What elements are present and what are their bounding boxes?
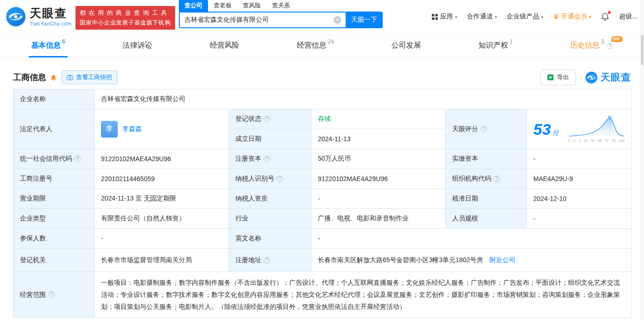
field-value-taxpayer-no: 91220102MAE4A29U96 bbox=[311, 169, 446, 189]
field-value-approval-date: 2024-12-10 bbox=[527, 189, 631, 209]
field-label-insured: 参保人数 bbox=[13, 229, 95, 249]
vip-badge: VIP bbox=[611, 36, 623, 42]
company-tab-bar: 基本信息 6 法律诉讼 经营风险 经营信息 24 公司发展 知识产权 1 历史信… bbox=[0, 35, 644, 58]
field-value-legal-rep: 李 李森森 bbox=[95, 109, 229, 149]
nav-partner[interactable]: 合作通道 ▾ bbox=[467, 13, 497, 21]
field-label-staff: 人员规模 bbox=[446, 209, 527, 229]
field-label-authority: 登记机关 bbox=[13, 249, 95, 272]
field-value-authority: 长春市市场监督管理局南关分局 bbox=[95, 249, 229, 272]
excel-export-icon bbox=[547, 74, 554, 81]
chevron-down-icon: ▾ bbox=[541, 14, 543, 19]
tab-count: 3 bbox=[601, 38, 604, 45]
nav-super-vip[interactable]: 超级... bbox=[619, 13, 638, 21]
help-icon[interactable]: ? bbox=[48, 291, 55, 298]
search-tabs: 查公司 查老板 查风险 查关系 bbox=[179, 0, 383, 12]
brand-name: 天眼查 bbox=[30, 7, 72, 19]
tab-label: 经营风险 bbox=[210, 41, 240, 50]
section-header-right: 导出 天眼查 bbox=[540, 69, 631, 85]
field-value-reg-status: 存续 bbox=[311, 109, 446, 129]
tab-label: 基本信息 bbox=[31, 41, 61, 50]
row-legal-rep: 法定代表人 李 李森森 登记状态? 存续 天眼评分? 53分 bbox=[13, 109, 631, 129]
help-icon[interactable]: ? bbox=[264, 257, 270, 264]
nearby-companies-link[interactable]: 附近公司 bbox=[489, 256, 515, 264]
search-area: 查公司 查老板 查风险 查关系 × 天眼一下 bbox=[179, 0, 383, 28]
tab-operating-risk[interactable]: 经营风险 bbox=[208, 35, 242, 57]
field-label-reg-capital: 注册资本? bbox=[229, 149, 311, 169]
field-label-term: 营业期限 bbox=[13, 189, 95, 209]
tianyancha-logo[interactable]: 天眼查 TianYanCha.com bbox=[6, 6, 72, 27]
nav-partner-label: 合作通道 bbox=[467, 13, 493, 21]
tab-label: 知识产权 bbox=[479, 41, 508, 50]
field-label-score: 天眼评分? bbox=[446, 109, 527, 149]
nav-apps[interactable]: 应用 ▾ bbox=[431, 13, 457, 21]
tab-company-development[interactable]: 公司发展 bbox=[389, 35, 423, 57]
view-snapshot-button[interactable]: 查看工商快照 bbox=[62, 70, 117, 84]
clear-search-icon[interactable]: × bbox=[334, 16, 341, 24]
search-button[interactable]: 天眼一下 bbox=[346, 12, 383, 28]
tab-basic-info[interactable]: 基本信息 6 bbox=[29, 35, 68, 57]
tab-label: 法律诉讼 bbox=[123, 41, 152, 50]
field-value-paid-capital: - bbox=[527, 149, 631, 169]
tab-business-info[interactable]: 经营信息 24 bbox=[294, 35, 336, 57]
brand-domain: TianYanCha.com bbox=[30, 21, 72, 26]
nav-enterprise[interactable]: 企业级产品 ▾ bbox=[507, 13, 543, 21]
field-label-taxpayer-no: 纳税人识别号? bbox=[229, 169, 311, 189]
nav-enterprise-label: 企业级产品 bbox=[507, 13, 539, 21]
row-insured: 参保人数 - 英文名称 - bbox=[13, 229, 631, 249]
tab-legal-litigation[interactable]: 法律诉讼 bbox=[120, 35, 155, 57]
field-label-legal-rep: 法定代表人 bbox=[13, 109, 95, 149]
top-header: 天眼查 TianYanCha.com 都在用的商业查询工具 国家中小企业发展子基… bbox=[0, 0, 644, 35]
field-value-credit-code: 91220102MAE4A29U96 bbox=[95, 149, 229, 169]
tab-count: 24 bbox=[328, 38, 334, 45]
search-input-wrap: × bbox=[179, 12, 346, 28]
tab-intellectual-property[interactable]: 知识产权 1 bbox=[476, 35, 515, 57]
legal-rep-avatar[interactable]: 李 bbox=[101, 121, 118, 138]
field-label-est-date: 成立日期 bbox=[229, 129, 311, 149]
notification-bell[interactable] bbox=[601, 13, 609, 21]
search-tab-company[interactable]: 查公司 bbox=[179, 0, 208, 12]
export-button[interactable]: 导出 bbox=[540, 69, 576, 85]
chevron-down-icon: ▾ bbox=[589, 14, 591, 19]
search-input[interactable] bbox=[179, 12, 346, 28]
legal-rep-link[interactable]: 李森森 bbox=[122, 125, 142, 133]
help-icon[interactable]: ? bbox=[264, 156, 270, 162]
scrollbar-thumb[interactable] bbox=[641, 35, 644, 65]
search-row: × 天眼一下 bbox=[179, 12, 383, 28]
view-snapshot-label: 查看工商快照 bbox=[76, 73, 112, 82]
row-reg-number: 工商注册号 220102114465059 纳税人识别号? 91220102MA… bbox=[13, 169, 631, 189]
chevron-down-icon: ▾ bbox=[495, 14, 497, 19]
row-company-type: 企业类型 有限责任公司（自然人独资） 行业 广播、电视、电影和录音制作业 人员规… bbox=[13, 209, 631, 229]
row-company-name: 企业名称 吉林省宏森文化传媒有限公司 bbox=[13, 89, 631, 109]
business-info-table: 企业名称 吉林省宏森文化传媒有限公司 法定代表人 李 李森森 登记状态? 存续 … bbox=[13, 89, 631, 318]
row-business-scope: 经营范围? 一般项目：电影摄制服务；数字内容制作服务（不含出版发行）；广告设计、… bbox=[13, 272, 631, 318]
tab-label: 历史信息 bbox=[570, 41, 600, 50]
help-icon[interactable]: ? bbox=[493, 176, 500, 182]
search-tab-risk[interactable]: 查风险 bbox=[237, 0, 266, 12]
brand-slogan-badge: 都在用的商业查询工具 国家中小企业发展子基金旗下机构 bbox=[76, 6, 175, 30]
field-label-industry: 行业 bbox=[229, 209, 311, 229]
help-icon[interactable]: ? bbox=[277, 176, 283, 182]
help-icon[interactable]: ? bbox=[264, 116, 270, 122]
field-label-type: 企业类型 bbox=[13, 209, 95, 229]
help-icon[interactable]: ? bbox=[607, 43, 613, 49]
search-tab-boss[interactable]: 查老板 bbox=[208, 0, 237, 12]
monitor-bell-icon[interactable] bbox=[50, 74, 57, 82]
section-title: 工商信息 bbox=[13, 72, 46, 83]
help-icon[interactable]: ? bbox=[480, 126, 487, 132]
tab-history-info[interactable]: 历史信息 3 ? VIP bbox=[568, 35, 615, 57]
app-grid-icon bbox=[431, 13, 438, 20]
nav-apps-label: 应用 bbox=[440, 13, 453, 21]
field-label-reg-status: 登记状态? bbox=[229, 109, 311, 129]
chevron-down-icon: ▾ bbox=[455, 14, 457, 19]
help-icon[interactable]: ? bbox=[74, 156, 81, 162]
field-label-address: 注册地址? bbox=[229, 249, 311, 272]
field-value-reg-no: 220102114465059 bbox=[95, 169, 229, 189]
field-value-company-name: 吉林省宏森文化传媒有限公司 bbox=[95, 89, 631, 109]
export-label: 导出 bbox=[557, 73, 569, 82]
tab-count: 1 bbox=[510, 38, 513, 45]
nav-open-vip[interactable]: ♛ 开通会员 ▾ bbox=[553, 13, 591, 21]
field-label-credit-code: 统一社会信用代码? bbox=[13, 149, 95, 169]
search-tab-relation[interactable]: 查关系 bbox=[266, 0, 296, 12]
section-brand-logo[interactable]: 天眼查 bbox=[585, 71, 631, 84]
field-value-est-date: 2024-11-13 bbox=[311, 129, 446, 149]
